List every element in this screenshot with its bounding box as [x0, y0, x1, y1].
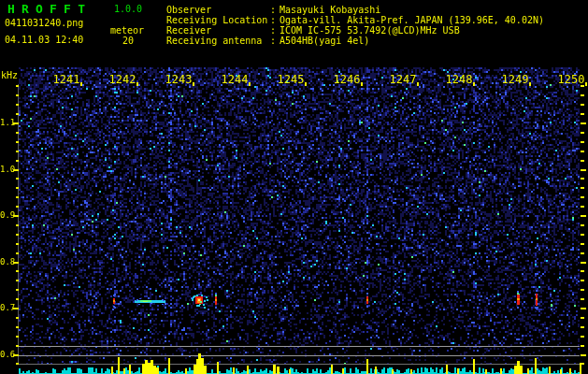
- mode-label: meteor: [110, 25, 144, 36]
- freq-unit-label: kHz: [1, 70, 18, 80]
- freq-tick-label: 0.9: [0, 210, 13, 220]
- time-tick-label: 1248: [445, 73, 473, 86]
- station-info-separator: :: [270, 36, 280, 47]
- time-tick-label: 1250: [557, 73, 585, 86]
- time-tick-label: 1243: [165, 73, 193, 86]
- app-version: 1.0.0: [114, 4, 142, 14]
- station-info: Observer:Masayuki KobayashiReceiving Loc…: [166, 6, 544, 47]
- freq-tick-label: 1.1: [0, 118, 13, 127]
- echo-count: 20: [122, 36, 134, 46]
- time-tick-label: 1246: [333, 73, 361, 86]
- time-tick-label: 1241: [52, 73, 80, 86]
- station-info-label: Receiving antenna: [166, 36, 270, 47]
- freq-tick-label: 0.6: [0, 350, 13, 359]
- freq-tick-label: 1.0: [0, 165, 13, 174]
- spectrogram-canvas: [0, 0, 588, 374]
- freq-tick-label: 0.8: [0, 257, 13, 266]
- hrofft-window: HROFFT 1.0.0 0411031240.png meteor 04.11…: [0, 0, 588, 374]
- time-tick-label: 1247: [389, 73, 417, 86]
- time-tick-label: 1244: [221, 73, 249, 86]
- freq-tick-label: 0.7: [0, 303, 13, 312]
- time-tick-label: 1245: [277, 73, 305, 86]
- time-tick-label: 1242: [108, 73, 136, 86]
- station-info-value: A504HB(yagi 4el): [280, 36, 544, 47]
- time-tick-label: 1249: [501, 73, 529, 86]
- app-title: HROFFT: [7, 2, 92, 16]
- datetime-label: 04.11.03 12:40: [5, 35, 83, 45]
- output-filename: 0411031240.png: [5, 18, 83, 28]
